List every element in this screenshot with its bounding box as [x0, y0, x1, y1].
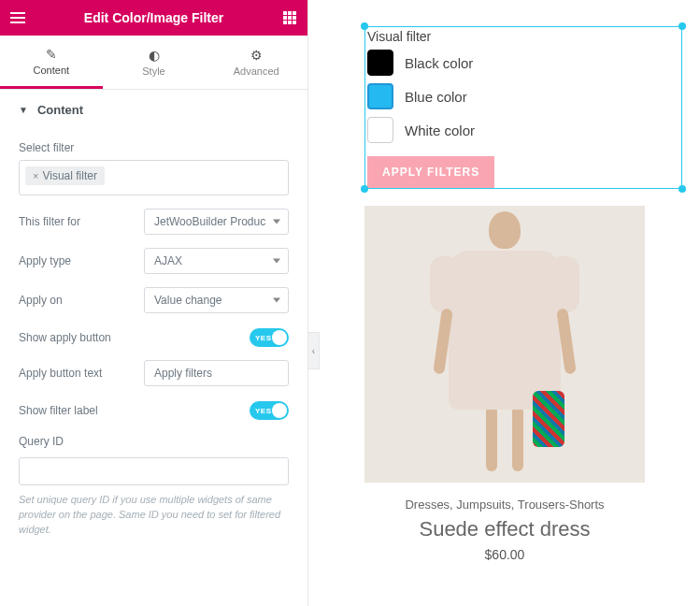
- selection-handle[interactable]: [679, 22, 686, 30]
- show-apply-button-toggle[interactable]: YES: [250, 328, 289, 347]
- chevron-left-icon: ‹: [312, 346, 315, 356]
- this-filter-for-select[interactable]: JetWooBuilder Produc: [144, 209, 289, 235]
- color-option-white[interactable]: White color: [367, 117, 681, 143]
- show-filter-label-toggle[interactable]: YES: [250, 401, 289, 420]
- swatch-blue: [367, 83, 393, 109]
- show-filter-label-label: Show filter label: [19, 404, 250, 417]
- select-filter-input[interactable]: × Visual filter: [19, 160, 289, 195]
- remove-tag-icon[interactable]: ×: [33, 170, 38, 181]
- apply-on-select[interactable]: Value change: [144, 287, 289, 313]
- section-content-header[interactable]: ▼ Content: [0, 90, 307, 128]
- hamburger-menu-button[interactable]: [0, 0, 36, 36]
- selection-handle[interactable]: [361, 185, 368, 193]
- swatch-white-label: White color: [405, 123, 475, 138]
- filter-tag: × Visual filter: [25, 166, 105, 185]
- product-name: Suede effect dress: [364, 517, 645, 541]
- color-option-black[interactable]: Black color: [367, 50, 681, 76]
- apply-type-label: Apply type: [19, 254, 144, 267]
- product-image: [364, 206, 645, 483]
- swatch-black: [367, 50, 393, 76]
- apply-type-select[interactable]: AJAX: [144, 248, 289, 274]
- caret-down-icon: ▼: [19, 105, 28, 115]
- apply-filters-button[interactable]: APPLY FILTERS: [367, 156, 494, 188]
- visual-filter-title: Visual filter: [367, 29, 681, 44]
- tab-style-label: Style: [142, 65, 164, 77]
- filter-tag-label: Visual filter: [42, 169, 96, 182]
- product-card[interactable]: Dresses, Jumpsuits, Trousers-Shorts Sued…: [364, 206, 645, 562]
- contrast-icon: ◐: [149, 48, 160, 63]
- grid-icon: [283, 11, 296, 24]
- tab-content[interactable]: ✎ Content: [0, 36, 103, 89]
- tab-advanced[interactable]: ⚙ Advanced: [205, 36, 307, 89]
- hamburger-icon: [10, 12, 25, 23]
- selection-handle[interactable]: [361, 22, 368, 30]
- widgets-grid-button[interactable]: [272, 0, 307, 36]
- product-price: $60.00: [364, 547, 645, 562]
- section-content-title: Content: [37, 103, 83, 117]
- query-id-label: Query ID: [19, 435, 289, 448]
- query-id-input[interactable]: [19, 457, 289, 485]
- selected-widget[interactable]: Visual filter Black color Blue color Whi…: [364, 26, 682, 189]
- tab-advanced-label: Advanced: [234, 65, 279, 77]
- product-categories: Dresses, Jumpsuits, Trousers-Shorts: [364, 498, 645, 512]
- swatch-black-label: Black color: [405, 55, 473, 71]
- color-option-blue[interactable]: Blue color: [367, 83, 681, 109]
- gear-icon: ⚙: [250, 48, 263, 63]
- swatch-blue-label: Blue color: [405, 89, 467, 105]
- show-apply-button-label: Show apply button: [19, 331, 250, 344]
- query-id-help: Set unique query ID if you use multiple …: [19, 493, 289, 538]
- this-filter-for-label: This filter for: [19, 215, 144, 228]
- panel-tabs: ✎ Content ◐ Style ⚙ Advanced: [0, 36, 307, 90]
- tab-content-label: Content: [34, 65, 70, 76]
- collapse-sidebar-button[interactable]: ‹: [308, 332, 320, 369]
- apply-button-text-input[interactable]: [144, 360, 289, 386]
- swatch-white: [367, 117, 393, 143]
- tab-style[interactable]: ◐ Style: [103, 36, 206, 89]
- select-filter-label: Select filter: [19, 141, 289, 154]
- panel-title: Edit Color/Image Filter: [36, 10, 272, 25]
- selection-handle[interactable]: [679, 185, 686, 193]
- apply-on-label: Apply on: [19, 294, 144, 307]
- apply-button-text-label: Apply button text: [19, 367, 144, 380]
- pencil-icon: ✎: [46, 47, 57, 62]
